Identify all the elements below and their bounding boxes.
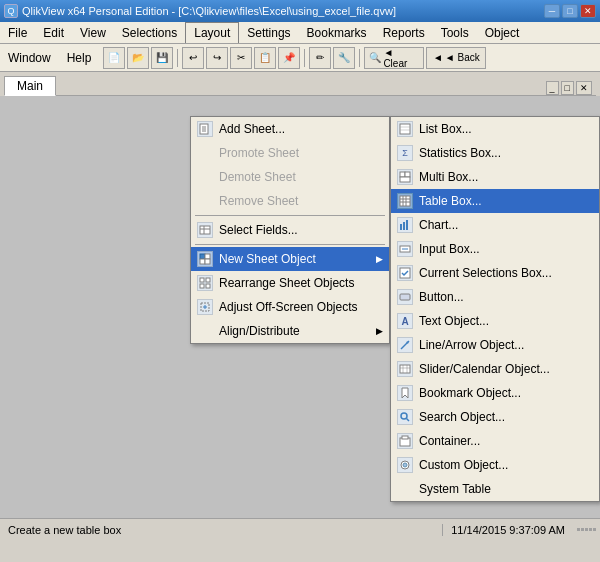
toolbar-copy[interactable]: 📋 xyxy=(254,47,276,69)
toolbar-cut[interactable]: ✂ xyxy=(230,47,252,69)
toolbar-redo[interactable]: ↪ xyxy=(206,47,228,69)
menu-bar: File Edit View Selections Layout Setting… xyxy=(0,22,600,44)
select-fields-label: Select Fields... xyxy=(219,223,298,237)
menu-select-fields[interactable]: Select Fields... xyxy=(191,218,389,242)
toolbar-open[interactable]: 📂 xyxy=(127,47,149,69)
menu-input-box[interactable]: Input Box... xyxy=(391,237,599,261)
multi-box-label: Multi Box... xyxy=(419,170,478,184)
selections-box-icon xyxy=(397,265,413,281)
menu-stats-box[interactable]: Σ Statistics Box... xyxy=(391,141,599,165)
align-icon xyxy=(197,323,213,339)
toolbar-row: Window Help 📄 📂 💾 ↩ ↪ ✂ 📋 📌 ✏ 🔧 🔍◄ Clear… xyxy=(0,44,600,72)
menu-settings[interactable]: Settings xyxy=(239,22,298,43)
bookmark-object-label: Bookmark Object... xyxy=(419,386,521,400)
svg-rect-23 xyxy=(400,177,410,182)
svg-rect-8 xyxy=(205,254,210,259)
chart-label: Chart... xyxy=(419,218,458,232)
menu-adjust[interactable]: Adjust Off-Screen Objects xyxy=(191,295,389,319)
svg-rect-14 xyxy=(206,284,210,288)
menu-rearrange[interactable]: Rearrange Sheet Objects xyxy=(191,271,389,295)
adjust-icon xyxy=(197,299,213,315)
custom-object-icon xyxy=(397,457,413,473)
menu-align[interactable]: Align/Distribute ▶ xyxy=(191,319,389,343)
new-sheet-object-arrow: ▶ xyxy=(376,254,383,264)
menu-demote-sheet: Demote Sheet xyxy=(191,165,389,189)
table-box-icon xyxy=(397,193,413,209)
app-icon: Q xyxy=(4,4,18,18)
toolbar-search[interactable]: 🔍◄ Clear xyxy=(364,47,424,69)
menu-text-object[interactable]: A Text Object... xyxy=(391,309,599,333)
menu-object[interactable]: Object xyxy=(477,22,528,43)
tab-main[interactable]: Main xyxy=(4,76,56,96)
line-arrow-icon xyxy=(397,337,413,353)
minimize-button[interactable]: ─ xyxy=(544,4,560,18)
menu-remove-sheet: Remove Sheet xyxy=(191,189,389,213)
menu-slider-calendar[interactable]: Slider/Calendar Object... xyxy=(391,357,599,381)
menu-multi-box[interactable]: Multi Box... xyxy=(391,165,599,189)
svg-rect-11 xyxy=(200,278,204,282)
toolbar-paste[interactable]: 📌 xyxy=(278,47,300,69)
svg-point-47 xyxy=(403,463,407,467)
sub-min[interactable]: _ xyxy=(546,81,559,95)
toolbar-undo[interactable]: ↩ xyxy=(182,47,204,69)
status-left-text: Create a new table box xyxy=(0,524,442,536)
svg-rect-38 xyxy=(400,365,410,373)
menu-help[interactable]: Help xyxy=(59,44,100,71)
window-controls: ─ □ ✕ xyxy=(544,4,596,18)
new-sheet-object-label: New Sheet Object xyxy=(219,252,316,266)
menu-line-arrow[interactable]: Line/Arrow Object... xyxy=(391,333,599,357)
bookmark-object-icon xyxy=(397,385,413,401)
menu-promote-sheet: Promote Sheet xyxy=(191,141,389,165)
svg-rect-29 xyxy=(400,224,402,230)
menu-add-sheet[interactable]: Add Sheet... xyxy=(191,117,389,141)
menu-container[interactable]: Container... xyxy=(391,429,599,453)
menu-system-table[interactable]: System Table xyxy=(391,477,599,501)
sub-close[interactable]: ✕ xyxy=(576,81,592,95)
menu-bookmark-object[interactable]: Bookmark Object... xyxy=(391,381,599,405)
new-sheet-object-submenu: List Box... Σ Statistics Box... Multi Bo… xyxy=(390,116,600,502)
text-object-icon: A xyxy=(397,313,413,329)
promote-sheet-label: Promote Sheet xyxy=(219,146,299,160)
menu-reports[interactable]: Reports xyxy=(375,22,433,43)
close-button[interactable]: ✕ xyxy=(580,4,596,18)
menu-file[interactable]: File xyxy=(0,22,35,43)
search-object-label: Search Object... xyxy=(419,410,505,424)
menu-edit[interactable]: Edit xyxy=(35,22,72,43)
menu-table-box[interactable]: Table Box... xyxy=(391,189,599,213)
menu-custom-object[interactable]: Custom Object... xyxy=(391,453,599,477)
menu-selections-box[interactable]: Current Selections Box... xyxy=(391,261,599,285)
menu-selections[interactable]: Selections xyxy=(114,22,185,43)
toolbar-new[interactable]: 📄 xyxy=(103,47,125,69)
toolbar-save[interactable]: 💾 xyxy=(151,47,173,69)
menu-list-box[interactable]: List Box... xyxy=(391,117,599,141)
slider-calendar-icon xyxy=(397,361,413,377)
menu-window[interactable]: Window xyxy=(0,44,59,71)
text-object-label: Text Object... xyxy=(419,314,489,328)
menu-view[interactable]: View xyxy=(72,22,114,43)
slider-calendar-label: Slider/Calendar Object... xyxy=(419,362,550,376)
menu-button[interactable]: Button... xyxy=(391,285,599,309)
button-label: Button... xyxy=(419,290,464,304)
sep2 xyxy=(195,244,385,245)
sub-restore[interactable]: □ xyxy=(561,81,574,95)
menu-tools[interactable]: Tools xyxy=(433,22,477,43)
toolbar-sep1 xyxy=(177,49,178,67)
toolbar-buttons: 📄 📂 💾 ↩ ↪ ✂ 📋 📌 ✏ 🔧 🔍◄ Clear ◄◄ Back xyxy=(99,47,600,69)
toolbar-back[interactable]: ◄◄ Back xyxy=(426,47,486,69)
maximize-button[interactable]: □ xyxy=(562,4,578,18)
toolbar-design[interactable]: 🔧 xyxy=(333,47,355,69)
menu-new-sheet-object[interactable]: New Sheet Object ▶ xyxy=(191,247,389,271)
menu-bookmarks[interactable]: Bookmarks xyxy=(299,22,375,43)
sep1 xyxy=(195,215,385,216)
svg-rect-45 xyxy=(402,436,408,439)
menu-layout[interactable]: Layout xyxy=(185,22,239,43)
menu-search-object[interactable]: Search Object... xyxy=(391,405,599,429)
menu-chart[interactable]: Chart... xyxy=(391,213,599,237)
status-grip xyxy=(573,528,600,531)
button-icon xyxy=(397,289,413,305)
new-sheet-object-icon xyxy=(197,251,213,267)
line-arrow-label: Line/Arrow Object... xyxy=(419,338,524,352)
svg-rect-22 xyxy=(405,172,410,177)
toolbar-edit[interactable]: ✏ xyxy=(309,47,331,69)
input-box-label: Input Box... xyxy=(419,242,480,256)
